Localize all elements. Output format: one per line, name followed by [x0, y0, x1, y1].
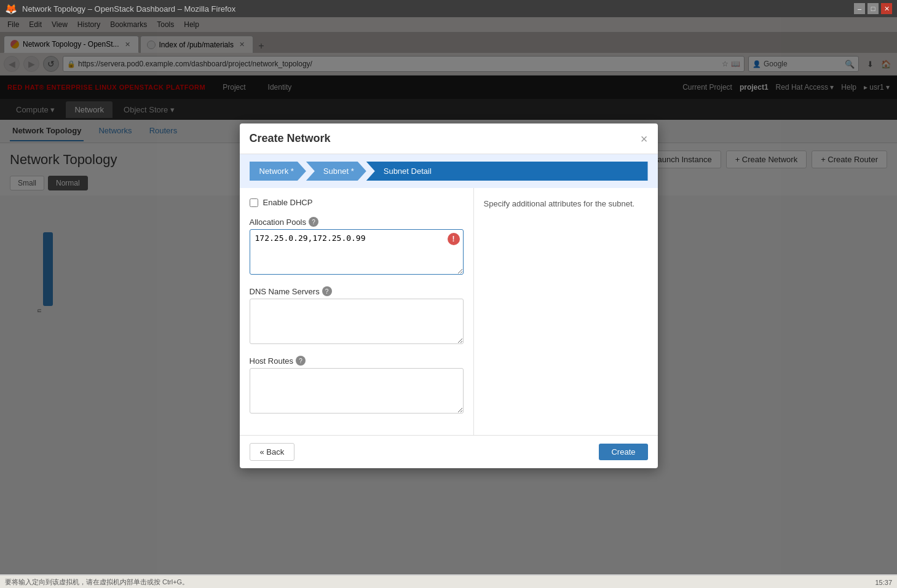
allocation-pools-input-wrapper: 172.25.0.29,172.25.0.99 !	[250, 229, 464, 276]
allocation-pools-label-text: Allocation Pools	[250, 218, 307, 227]
close-window-button[interactable]: ✕	[881, 3, 892, 14]
host-routes-label-text: Host Routes	[250, 356, 294, 366]
wizard-step-network[interactable]: Network *	[250, 162, 306, 181]
modal-header: Create Network ×	[240, 123, 658, 154]
enable-dhcp-checkbox[interactable]	[250, 198, 258, 207]
minimize-button[interactable]: –	[854, 3, 865, 14]
wizard-step-subnet-detail[interactable]: Subnet Detail	[366, 162, 648, 181]
info-section: Specify additional attributes for the su…	[473, 188, 658, 435]
allocation-pools-error-indicator: !	[448, 233, 460, 245]
firefox-logo: 🦊	[5, 3, 17, 15]
allocation-pools-group: Allocation Pools ? 172.25.0.29,172.25.0.…	[250, 217, 464, 276]
wizard-step-subnet-label: Subnet *	[323, 167, 354, 176]
dns-name-servers-group: DNS Name Servers ?	[250, 286, 464, 346]
modal-content-area: Enable DHCP Allocation Pools ? 172.25.0.…	[240, 188, 658, 435]
wizard-steps: Network * Subnet * Subnet Detail	[240, 154, 658, 188]
titlebar-title: Network Topology – OpenStack Dashboard –…	[22, 4, 235, 14]
modal-close-button[interactable]: ×	[641, 133, 648, 145]
statusbar-right: 15:37	[875, 579, 892, 586]
statusbar: 要将输入定向到该虚拟机，请在虚拟机内部单击或按 Ctrl+G。 15:37	[0, 575, 897, 588]
allocation-pools-label: Allocation Pools ?	[250, 217, 464, 227]
titlebar-controls: – □ ✕	[854, 3, 892, 14]
form-section: Enable DHCP Allocation Pools ? 172.25.0.…	[240, 188, 473, 435]
os-titlebar: 🦊 Network Topology – OpenStack Dashboard…	[0, 0, 897, 17]
host-routes-textarea[interactable]	[250, 368, 464, 414]
wizard-step-subnet-detail-label: Subnet Detail	[384, 167, 432, 176]
enable-dhcp-row: Enable DHCP	[250, 198, 464, 207]
wizard-step-subnet[interactable]: Subnet *	[306, 162, 366, 181]
info-text: Specify additional attributes for the su…	[484, 198, 648, 210]
enable-dhcp-label[interactable]: Enable DHCP	[263, 198, 313, 207]
allocation-pools-help-icon[interactable]: ?	[309, 217, 318, 227]
allocation-pools-textarea[interactable]: 172.25.0.29,172.25.0.99	[250, 229, 464, 275]
modal-overlay: Create Network × Network * Subnet * Subn…	[0, 17, 897, 574]
back-button[interactable]: « Back	[250, 443, 295, 461]
maximize-button[interactable]: □	[867, 3, 879, 14]
wizard-step-network-label: Network *	[259, 167, 294, 176]
dns-name-servers-label-text: DNS Name Servers	[250, 287, 320, 296]
statusbar-time: 15:37	[875, 579, 892, 586]
host-routes-group: Host Routes ?	[250, 356, 464, 415]
modal-title: Create Network	[250, 132, 331, 145]
dns-name-servers-label: DNS Name Servers ?	[250, 286, 464, 296]
host-routes-label: Host Routes ?	[250, 356, 464, 366]
dns-name-servers-help-icon[interactable]: ?	[322, 286, 332, 296]
titlebar-left: 🦊 Network Topology – OpenStack Dashboard…	[5, 3, 235, 15]
create-button[interactable]: Create	[599, 444, 647, 460]
create-network-modal: Create Network × Network * Subnet * Subn…	[240, 123, 658, 468]
statusbar-text: 要将输入定向到该虚拟机，请在虚拟机内部单击或按 Ctrl+G。	[5, 578, 189, 587]
host-routes-help-icon[interactable]: ?	[296, 356, 306, 366]
dns-name-servers-textarea[interactable]	[250, 299, 464, 344]
modal-footer: « Back Create	[240, 435, 658, 468]
modal-body: Enable DHCP Allocation Pools ? 172.25.0.…	[240, 188, 658, 435]
